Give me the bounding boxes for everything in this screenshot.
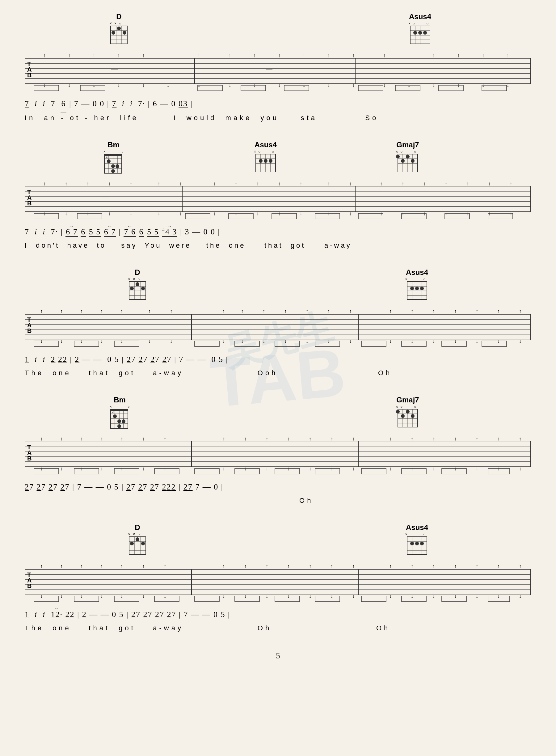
svg-text:↓: ↓: [278, 83, 280, 88]
svg-text:↑: ↑: [383, 53, 385, 58]
svg-text:↑: ↑: [476, 564, 478, 569]
svg-rect-369: [34, 468, 59, 474]
svg-text:↑: ↑: [278, 53, 280, 58]
svg-text:↑: ↑: [352, 53, 355, 58]
svg-text:×: ×: [405, 532, 408, 536]
svg-text:↓: ↓: [222, 466, 225, 471]
chord-diagram-d-2: × × ○: [127, 277, 148, 301]
lyrics-5: The one that got a-way Oh Oh: [25, 624, 531, 632]
svg-text:↑: ↑: [241, 309, 243, 314]
svg-point-98: [107, 159, 111, 163]
svg-point-22: [413, 31, 417, 35]
chord-asus4-1: Asus4 × ○ ○: [408, 12, 432, 46]
chord-d-1: D × × ○: [108, 12, 130, 46]
svg-rect-193: [445, 213, 470, 219]
svg-rect-376: [315, 468, 340, 474]
svg-text:↑: ↑: [244, 564, 246, 569]
svg-text:↑: ↑: [120, 309, 123, 314]
svg-text:↑: ↑: [303, 53, 305, 58]
svg-point-127: [406, 155, 410, 158]
svg-rect-378: [402, 468, 426, 474]
svg-text:↓: ↓: [170, 338, 172, 344]
section-5: D × × ○ Asus4: [25, 523, 531, 632]
svg-text:↓: ↓: [476, 593, 478, 599]
svg-text:↑: ↑: [488, 181, 490, 186]
svg-point-206: [130, 287, 134, 290]
svg-point-100: [115, 164, 119, 168]
svg-text:↑: ↑: [389, 564, 392, 569]
svg-text:↑: ↑: [40, 564, 43, 569]
notation-4: 27 27 27 27 | 7 — — 0 5 | 27 27 27 222 |…: [25, 479, 531, 495]
svg-text:↓: ↓: [352, 466, 355, 471]
svg-text:↑: ↑: [100, 436, 103, 441]
svg-rect-465: [235, 596, 259, 602]
svg-text:↑: ↑: [482, 53, 484, 58]
svg-text:↓: ↓: [507, 83, 509, 88]
svg-rect-80: [198, 85, 222, 91]
svg-text:↑: ↑: [222, 564, 225, 569]
svg-text:○: ○: [258, 149, 260, 154]
svg-text:↓: ↓: [100, 338, 103, 344]
svg-text:↑: ↑: [244, 436, 246, 441]
svg-text:↑: ↑: [130, 181, 132, 186]
lyrics-4: Oh: [25, 497, 531, 505]
svg-text:↓: ↓: [142, 593, 145, 599]
notation-5: 1 i i 12· ⌢ 22 | 2 — — 0 5 | 27 27 27 27…: [25, 607, 531, 622]
svg-point-23: [418, 31, 422, 35]
svg-point-391: [141, 542, 145, 545]
svg-text:↓: ↓: [352, 593, 355, 599]
svg-point-299: [117, 424, 121, 428]
svg-text:×: ×: [133, 532, 135, 536]
svg-text:○: ○: [272, 149, 274, 154]
svg-rect-83: [358, 85, 383, 91]
svg-text:○: ○: [121, 150, 124, 153]
svg-point-390: [136, 537, 139, 541]
tab-staff-4: T A B ↑↓ ↑↓ ↑↓ ↑↓ ↑↓ ↑↓ ↑↓ ↑↓ ↑↓ ↑↓ ↑↓ ↑…: [25, 436, 531, 476]
svg-point-24: [423, 31, 427, 35]
lyrics-3: The one that got a-way Ooh Oh: [25, 369, 531, 377]
svg-text:↑: ↑: [432, 564, 435, 569]
svg-rect-192: [402, 213, 426, 219]
svg-text:↑: ↑: [43, 181, 46, 186]
chord-diagram-asus4-4: × ○: [405, 532, 429, 556]
svg-point-204: [136, 282, 139, 286]
svg-text:↓: ↓: [476, 466, 478, 471]
section-3: D × × ○ Asus4: [25, 268, 531, 377]
svg-text:↓: ↓: [519, 338, 521, 344]
svg-text:↓: ↓: [68, 83, 70, 88]
svg-text:↑: ↑: [423, 181, 426, 186]
svg-text:↑: ↑: [432, 436, 435, 441]
svg-text:↑: ↑: [327, 309, 330, 314]
svg-point-296: [113, 415, 117, 418]
chord-name-asus4-4: Asus4: [406, 523, 428, 532]
chord-diagram-asus4-2: × ○ ○: [253, 149, 278, 174]
svg-rect-281: [361, 341, 386, 347]
svg-text:×: ×: [254, 149, 256, 154]
tab-staff-2: T A B ↑↓ ↑↓ ↑↓ ↑↓ ↑↓ ↑↓ ↑↓ ↑↓ ↑↓ ↑↓ ↑↓ ↑…: [25, 181, 531, 221]
svg-text:↓: ↓: [432, 466, 435, 471]
svg-text:↑: ↑: [327, 53, 330, 58]
tab-staff-1: T A B ↑ ↓ ↑ ↓ ↑ ↓ ↑ ↓ ↑ ↓ ↑: [25, 52, 531, 93]
svg-text:↓: ↓: [300, 211, 302, 216]
chord-diagram-gmaj7-1: ○ ○ ○: [395, 149, 420, 174]
svg-point-9: [117, 27, 121, 30]
svg-text:×: ×: [110, 405, 111, 408]
svg-text:—: —: [102, 194, 109, 201]
chord-diagram-bm-1: × ○ 2: [102, 149, 125, 175]
svg-text:↑: ↑: [466, 181, 469, 186]
svg-point-313: [411, 414, 415, 418]
svg-text:↑: ↑: [507, 53, 509, 58]
svg-text:↑: ↑: [519, 309, 521, 314]
svg-text:↑: ↑: [179, 181, 182, 186]
svg-text:B: B: [27, 72, 32, 78]
svg-text:↓: ↓: [148, 338, 151, 344]
svg-text:↑: ↑: [100, 564, 103, 569]
svg-text:↑: ↑: [349, 181, 351, 186]
lyrics-2: I don't have to say You were the one tha…: [25, 242, 531, 250]
svg-text:○: ○: [423, 277, 425, 281]
svg-text:↓: ↓: [266, 593, 268, 599]
svg-text:↑: ↑: [331, 564, 333, 569]
svg-text:↓: ↓: [117, 83, 120, 88]
chord-row-5: D × × ○ Asus4: [25, 523, 531, 563]
svg-text:○: ○: [400, 404, 403, 409]
